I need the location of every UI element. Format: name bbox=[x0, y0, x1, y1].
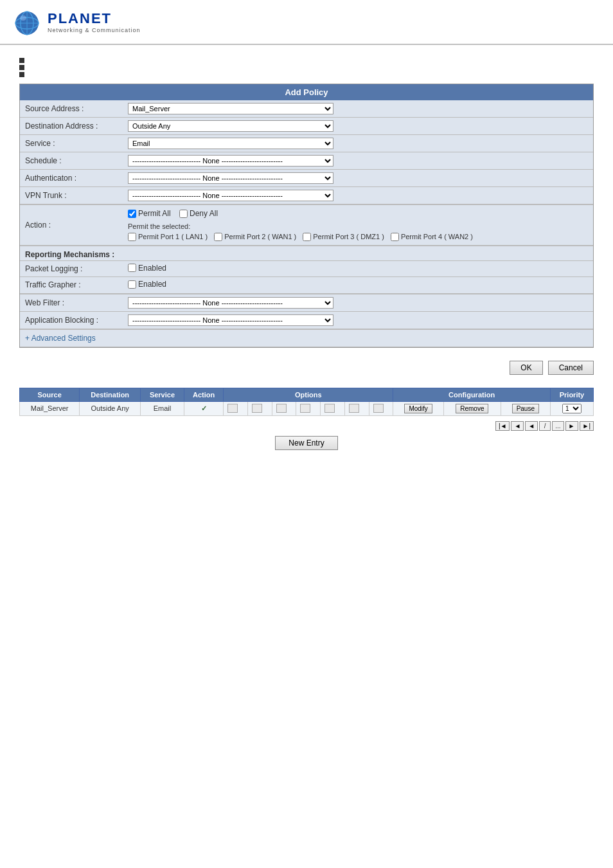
col-service: Service bbox=[141, 388, 184, 401]
form-buttons: OK Cancel bbox=[19, 361, 594, 375]
port3-text: Permit Port 3 ( DMZ1 ) bbox=[313, 233, 384, 240]
web-filter-label: Web Filter : bbox=[20, 294, 123, 311]
authentication-select[interactable]: ----------------------------- None -----… bbox=[128, 172, 333, 184]
advanced-settings-label[interactable]: + Advanced Settings bbox=[25, 334, 96, 343]
packet-logging-enabled-text: Enabled bbox=[138, 264, 166, 273]
port3-label[interactable]: Permit Port 3 ( DMZ1 ) bbox=[303, 233, 384, 241]
opt-box-4 bbox=[296, 401, 321, 415]
port4-text: Permit Port 4 ( WAN2 ) bbox=[401, 233, 473, 240]
opt-box-7 bbox=[369, 401, 393, 415]
deny-all-checkbox[interactable] bbox=[179, 210, 188, 218]
application-blocking-select[interactable]: ----------------------------- None -----… bbox=[128, 314, 333, 326]
packet-logging-label: Packet Logging : bbox=[20, 260, 123, 277]
packet-logging-checkbox-label[interactable]: Enabled bbox=[128, 264, 166, 273]
schedule-label: Schedule : bbox=[20, 152, 123, 170]
dot-3 bbox=[19, 72, 24, 77]
permit-all-text: Permit All bbox=[138, 209, 171, 218]
header: PLANET Networking & Communication bbox=[0, 0, 613, 45]
port2-checkbox[interactable] bbox=[214, 233, 222, 241]
port2-text: Permit Port 2 ( WAN1 ) bbox=[224, 233, 296, 240]
permit-all-checkbox[interactable] bbox=[128, 210, 136, 218]
action-top-checkboxes: Permit All Deny All bbox=[128, 209, 588, 220]
port3-checkbox[interactable] bbox=[303, 233, 311, 241]
application-blocking-row: Application Blocking : -----------------… bbox=[20, 311, 593, 329]
config-modify-cell: Modify bbox=[393, 401, 444, 415]
col-source: Source bbox=[20, 388, 80, 401]
config-pause-cell: Pause bbox=[501, 401, 550, 415]
port2-label[interactable]: Permit Port 2 ( WAN1 ) bbox=[214, 233, 296, 241]
port1-checkbox[interactable] bbox=[128, 233, 136, 241]
page-separator: / bbox=[539, 421, 551, 431]
logo-text: PLANET Networking & Communication bbox=[48, 10, 141, 33]
opt-box-2 bbox=[248, 401, 272, 415]
dot-1 bbox=[19, 58, 24, 63]
application-blocking-input-cell: ----------------------------- None -----… bbox=[123, 311, 593, 329]
pagination: |◄ ◄ ◄ / ... ► ►| bbox=[19, 421, 594, 431]
traffic-grapher-checkbox[interactable] bbox=[128, 280, 136, 289]
first-page-button[interactable]: |◄ bbox=[495, 421, 510, 431]
action-check-icon: ✓ bbox=[201, 404, 207, 412]
packet-logging-checkbox[interactable] bbox=[128, 264, 136, 272]
row-source: Mail_Server bbox=[20, 401, 80, 415]
svg-point-5 bbox=[20, 15, 26, 21]
authentication-input-cell: ----------------------------- None -----… bbox=[123, 170, 593, 187]
traffic-grapher-enabled-text: Enabled bbox=[138, 280, 166, 289]
vpn-trunk-label: VPN Trunk : bbox=[20, 187, 123, 204]
source-address-select[interactable]: Mail_Server bbox=[128, 103, 333, 114]
policy-table-header: Source Destination Service Action Option… bbox=[20, 388, 594, 401]
modify-button[interactable]: Modify bbox=[404, 404, 432, 413]
traffic-grapher-label: Traffic Grapher : bbox=[20, 277, 123, 294]
schedule-select[interactable]: ----------------------------- None -----… bbox=[128, 155, 333, 167]
vpn-trunk-row: VPN Trunk : ----------------------------… bbox=[20, 187, 593, 204]
prev-page-button[interactable]: ◄ bbox=[511, 421, 524, 431]
schedule-input-cell: ----------------------------- None -----… bbox=[123, 152, 593, 170]
remove-button[interactable]: Remove bbox=[456, 404, 488, 413]
add-policy-form: Source Address : Mail_Server Destination… bbox=[20, 100, 593, 347]
traffic-grapher-cell: Enabled bbox=[123, 277, 593, 294]
traffic-grapher-checkbox-label[interactable]: Enabled bbox=[128, 280, 166, 289]
opt-box-5 bbox=[321, 401, 345, 415]
next-page-button[interactable]: ► bbox=[565, 421, 578, 431]
port1-text: Permit Port 1 ( LAN1 ) bbox=[138, 233, 208, 240]
advanced-settings-cell[interactable]: + Advanced Settings bbox=[20, 329, 593, 347]
ok-button[interactable]: OK bbox=[510, 361, 542, 375]
web-filter-select[interactable]: ----------------------------- None -----… bbox=[128, 297, 333, 309]
service-select[interactable]: Email bbox=[128, 138, 333, 149]
reporting-mechanisms-label: Reporting Mechanisms : bbox=[20, 246, 123, 260]
row-service: Email bbox=[141, 401, 184, 415]
service-label: Service : bbox=[20, 135, 123, 152]
vpn-trunk-input-cell: ----------------------------- None -----… bbox=[123, 187, 593, 204]
web-filter-row: Web Filter : ---------------------------… bbox=[20, 294, 593, 311]
last-page-button[interactable]: ►| bbox=[580, 421, 594, 431]
destination-address-row: Destination Address : Outside Any bbox=[20, 118, 593, 135]
priority-select[interactable]: 1 2 3 bbox=[562, 404, 582, 413]
prev2-page-button[interactable]: ◄ bbox=[525, 421, 538, 431]
pause-button[interactable]: Pause bbox=[512, 404, 539, 413]
col-destination: Destination bbox=[80, 388, 141, 401]
deny-all-label[interactable]: Deny All bbox=[179, 209, 218, 218]
policy-table-header-row: Source Destination Service Action Option… bbox=[20, 388, 594, 401]
port4-checkbox[interactable] bbox=[391, 233, 399, 241]
cancel-button[interactable]: Cancel bbox=[548, 361, 594, 375]
port1-label[interactable]: Permit Port 1 ( LAN1 ) bbox=[128, 233, 208, 241]
col-priority: Priority bbox=[550, 388, 593, 401]
vpn-trunk-select[interactable]: ----------------------------- None -----… bbox=[128, 190, 333, 201]
logo-planet-text: PLANET bbox=[48, 10, 141, 27]
port4-label[interactable]: Permit Port 4 ( WAN2 ) bbox=[391, 233, 473, 241]
source-address-label: Source Address : bbox=[20, 100, 123, 118]
permit-all-label[interactable]: Permit All bbox=[128, 209, 171, 218]
port-checkboxes: Permit Port 1 ( LAN1 ) Permit Port 2 ( W… bbox=[128, 233, 588, 241]
policy-table: Source Destination Service Action Option… bbox=[19, 388, 594, 416]
advanced-settings-row[interactable]: + Advanced Settings bbox=[20, 329, 593, 347]
destination-address-select[interactable]: Outside Any bbox=[128, 120, 333, 132]
service-input-cell: Email bbox=[123, 135, 593, 152]
add-policy-title: Add Policy bbox=[285, 87, 328, 97]
row-destination: Outside Any bbox=[80, 401, 141, 415]
permit-selected-label: Permit the selected: bbox=[128, 222, 588, 230]
config-remove-cell: Remove bbox=[443, 401, 501, 415]
new-entry-button[interactable]: New Entry bbox=[275, 436, 337, 450]
web-filter-input-cell: ----------------------------- None -----… bbox=[123, 294, 593, 311]
packet-logging-row: Packet Logging : Enabled bbox=[20, 260, 593, 277]
logo-sub-text: Networking & Communication bbox=[48, 27, 141, 33]
action-cell: Permit All Deny All Permit the selected:… bbox=[123, 205, 593, 246]
